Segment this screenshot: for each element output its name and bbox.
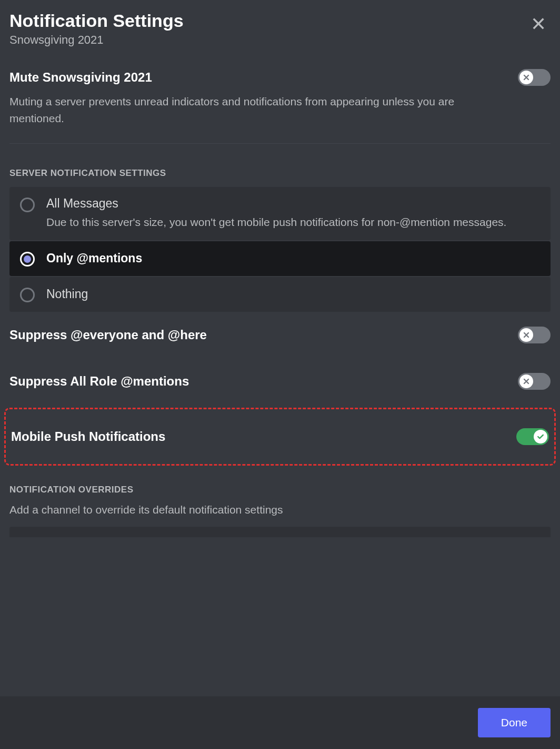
radio-description: Due to this server's size, you won't get… <box>46 214 540 231</box>
suppress-roles-label: Suppress All Role @mentions <box>9 374 189 389</box>
notification-overrides-header: NOTIFICATION OVERRIDES <box>9 485 551 495</box>
x-icon <box>519 71 533 84</box>
radio-icon <box>20 288 35 302</box>
divider <box>9 143 551 144</box>
modal-footer: Done <box>0 696 560 749</box>
radio-option-nothing[interactable]: Nothing <box>9 277 551 312</box>
override-channel-select[interactable] <box>9 527 551 537</box>
mobile-push-label: Mobile Push Notifications <box>11 429 165 444</box>
suppress-roles-row: Suppress All Role @mentions <box>9 358 551 405</box>
radio-icon <box>20 252 35 267</box>
radio-label: Nothing <box>46 287 540 301</box>
mute-server-section: Mute Snowsgiving 2021 Muting a server pr… <box>9 60 551 139</box>
notification-level-radio-group: All Messages Due to this server's size, … <box>9 187 551 312</box>
x-icon <box>519 328 533 342</box>
x-icon <box>519 374 533 388</box>
modal-title: Notification Settings <box>9 11 184 31</box>
radio-option-all-messages[interactable]: All Messages Due to this server's size, … <box>9 187 551 240</box>
mute-server-description: Muting a server prevents unread indicato… <box>9 93 551 126</box>
check-icon <box>534 430 547 444</box>
highlighted-annotation: Mobile Push Notifications <box>4 408 556 466</box>
done-button[interactable]: Done <box>478 708 551 737</box>
server-notification-settings-header: SERVER NOTIFICATION SETTINGS <box>9 168 551 179</box>
modal-subtitle: Snowsgiving 2021 <box>9 33 184 47</box>
suppress-roles-toggle[interactable] <box>518 373 551 390</box>
radio-icon <box>20 198 35 212</box>
mute-server-label: Mute Snowsgiving 2021 <box>9 70 152 85</box>
close-icon: ✕ <box>531 13 546 35</box>
notification-overrides-section: NOTIFICATION OVERRIDES Add a channel to … <box>9 485 551 537</box>
mute-server-toggle[interactable] <box>518 69 551 86</box>
radio-label: Only @mentions <box>46 251 540 265</box>
suppress-everyone-toggle[interactable] <box>518 327 551 343</box>
close-button[interactable]: ✕ <box>526 11 551 38</box>
suppress-everyone-row: Suppress @everyone and @here <box>9 312 551 358</box>
mobile-push-toggle[interactable] <box>516 428 549 445</box>
suppress-everyone-label: Suppress @everyone and @here <box>9 328 207 342</box>
radio-option-only-mentions[interactable]: Only @mentions <box>9 241 551 276</box>
notification-overrides-description: Add a channel to override its default no… <box>9 504 551 516</box>
mobile-push-row: Mobile Push Notifications <box>11 409 549 464</box>
radio-label: All Messages <box>46 196 540 211</box>
modal-header: Notification Settings Snowsgiving 2021 ✕ <box>0 0 560 60</box>
